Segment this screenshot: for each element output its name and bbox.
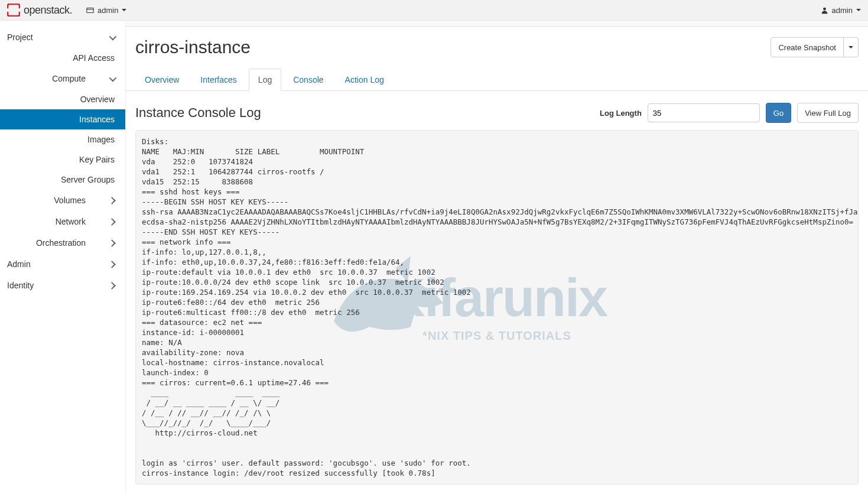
log-subheader: Instance Console Log Log Length Go View … xyxy=(126,91,868,128)
sidebar-label: Network xyxy=(7,217,109,226)
sidebar-item-instances[interactable]: Instances xyxy=(0,109,125,129)
chevron-right-icon xyxy=(108,261,116,268)
caret-down-icon xyxy=(849,46,853,48)
sidebar-item-server-groups[interactable]: Server Groups xyxy=(0,170,125,190)
sidebar-item-api-access[interactable]: API Access xyxy=(0,48,125,68)
svg-point-5 xyxy=(823,7,826,10)
tab-interfaces[interactable]: Interfaces xyxy=(191,69,246,91)
breadcrumb-bar xyxy=(126,21,868,27)
sidebar-group-compute[interactable]: Compute xyxy=(0,68,125,89)
brand-text: openstack. xyxy=(24,4,72,17)
caret-down-icon xyxy=(122,9,126,11)
tabs: Overview Interfaces Log Console Action L… xyxy=(126,68,868,91)
topbar: openstack. admin admin xyxy=(0,0,868,21)
sidebar-group-project[interactable]: Project xyxy=(0,27,125,48)
sidebar-group-identity[interactable]: Identity xyxy=(0,275,125,296)
log-length-label: Log Length xyxy=(600,109,642,118)
user-menu[interactable]: admin xyxy=(821,6,861,15)
sidebar-item-images[interactable]: Images xyxy=(0,129,125,150)
create-snapshot-button[interactable]: Create Snapshot xyxy=(771,37,844,57)
tab-log[interactable]: Log xyxy=(249,69,281,91)
svg-rect-1 xyxy=(7,8,10,12)
chevron-right-icon xyxy=(108,239,116,247)
sidebar-label: Orchestration xyxy=(7,238,109,248)
snapshot-dropdown-button[interactable] xyxy=(844,37,859,57)
sidebar-item-key-pairs[interactable]: Key Pairs xyxy=(0,150,125,170)
project-icon xyxy=(86,6,94,14)
sidebar-label: Volumes xyxy=(7,196,109,205)
watermark-tag: *NIX TIPS & TUTORIALS xyxy=(387,329,607,344)
sidebar-label: Identity xyxy=(7,281,109,290)
sidebar-group-orchestration[interactable]: Orchestration xyxy=(0,232,125,254)
log-length-input[interactable] xyxy=(648,103,760,122)
tab-overview[interactable]: Overview xyxy=(135,69,188,91)
svg-rect-2 xyxy=(17,8,20,12)
snapshot-button-group: Create Snapshot xyxy=(771,37,859,57)
sidebar: Project API Access Compute Overview Inst… xyxy=(0,21,126,494)
tab-action-log[interactable]: Action Log xyxy=(336,69,394,91)
sidebar-group-network[interactable]: Network xyxy=(0,211,125,232)
main-content: cirros-instance Create Snapshot Overview… xyxy=(126,21,868,494)
sidebar-label: Admin xyxy=(7,259,109,269)
sidebar-group-admin[interactable]: Admin xyxy=(0,254,125,275)
openstack-logo-icon xyxy=(7,4,20,17)
page-header: cirros-instance Create Snapshot xyxy=(126,27,868,64)
caret-down-icon xyxy=(856,9,861,11)
chevron-down-icon xyxy=(109,74,117,82)
brand[interactable]: openstack. xyxy=(7,4,72,17)
console-log-output: Kifarunix*NIX TIPS & TUTORIALSDisks: NAM… xyxy=(135,130,859,485)
svg-rect-3 xyxy=(87,8,93,12)
view-full-log-button[interactable]: View Full Log xyxy=(797,103,859,123)
console-log-text: Disks: NAME MAJ:MIN SIZE LABEL MOUNTPOIN… xyxy=(142,137,859,477)
sidebar-label: Compute xyxy=(7,74,109,83)
user-label: admin xyxy=(832,6,853,15)
domain-switcher[interactable]: admin xyxy=(86,6,126,15)
user-icon xyxy=(821,6,828,14)
tab-console[interactable]: Console xyxy=(284,69,333,91)
domain-label: admin xyxy=(97,6,118,15)
sidebar-item-overview[interactable]: Overview xyxy=(0,89,125,109)
page-title: cirros-instance xyxy=(135,37,771,57)
go-button[interactable]: Go xyxy=(766,103,791,123)
sidebar-group-volumes[interactable]: Volumes xyxy=(0,190,125,211)
sidebar-label: Project xyxy=(7,32,109,42)
chevron-right-icon xyxy=(108,197,116,204)
chevron-right-icon xyxy=(108,282,116,290)
chevron-down-icon xyxy=(109,32,117,40)
log-heading: Instance Console Log xyxy=(135,105,594,121)
chevron-right-icon xyxy=(108,218,116,226)
